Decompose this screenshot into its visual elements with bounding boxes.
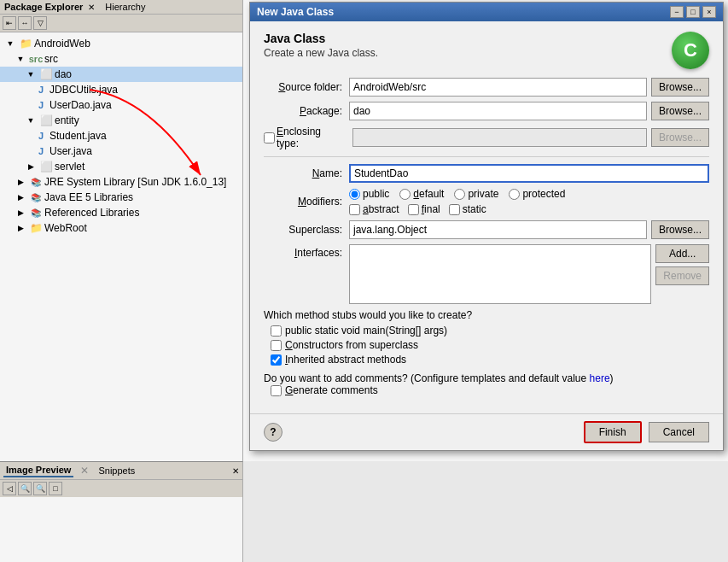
expand-icon: ▶	[14, 190, 27, 204]
modifier-final-checkbox[interactable]	[408, 204, 419, 215]
remove-interface-button[interactable]: Remove	[655, 266, 709, 285]
modifier-static-option[interactable]: static	[449, 203, 486, 215]
separator-line	[264, 156, 709, 157]
modifiers-row: Modifiers: public default private	[264, 188, 709, 215]
new-java-class-dialog: New Java Class − □ × Java Class Create a…	[249, 2, 724, 451]
superclass-input[interactable]	[349, 220, 647, 239]
superclass-browse-button[interactable]: Browse...	[651, 220, 709, 239]
tree-item-servlet[interactable]: ▶ ⬜ servlet	[0, 159, 242, 174]
modifier-public-option[interactable]: public	[349, 188, 389, 200]
tree-item-label: UserDao.java	[50, 99, 112, 111]
modifier-final-option[interactable]: final	[408, 203, 440, 215]
package-browse-button[interactable]: Browse...	[651, 102, 709, 120]
method-stubs-section: Which method stubs would you like to cre…	[264, 309, 709, 366]
library-icon: 📚	[29, 206, 43, 220]
dialog-footer: ? Finish Cancel	[250, 413, 723, 450]
section-title: Java Class	[264, 32, 378, 45]
zoom-in-button[interactable]: 🔍	[33, 482, 47, 495]
tree-item-jre[interactable]: ▶ 📚 JRE System Library [Sun JDK 1.6.0_13…	[0, 174, 242, 190]
image-preview-tab[interactable]: Image Preview	[3, 464, 73, 477]
stub-constructors-option: Constructors from superclass	[264, 339, 709, 351]
zoom-out-button[interactable]: 🔍	[18, 482, 32, 495]
tree-item-label: User.java	[50, 145, 92, 157]
interfaces-label: Interfaces:	[264, 244, 349, 259]
project-icon: 📁	[19, 37, 32, 50]
stub-main-checkbox[interactable]	[271, 325, 282, 337]
link-editor-button[interactable]: ↔	[18, 16, 32, 30]
close-panel-icon[interactable]: ✕	[88, 3, 95, 12]
expand-icon: ▼	[14, 52, 27, 66]
enclosing-type-browse-button[interactable]: Browse...	[651, 128, 709, 147]
modifier-protected-radio[interactable]	[509, 189, 520, 200]
modifier-protected-label: protected	[522, 188, 565, 200]
generate-comments-label: Generate comments	[285, 384, 378, 396]
comments-question-end: )	[610, 372, 614, 384]
modifier-abstract-checkbox[interactable]	[349, 204, 360, 215]
generate-comments-checkbox[interactable]	[271, 385, 282, 396]
add-interface-button[interactable]: Add...	[655, 244, 709, 263]
view-menu-button[interactable]: ▽	[33, 16, 47, 30]
tree-item-entity[interactable]: ▼ ⬜ entity	[0, 113, 242, 128]
tree-item-userdao[interactable]: J UserDao.java	[0, 97, 242, 113]
library-icon: 📚	[29, 190, 43, 204]
modifier-static-checkbox[interactable]	[449, 204, 460, 215]
help-button[interactable]: ?	[264, 423, 282, 442]
tree-item-label: JRE System Library [Sun JDK 1.6.0_13]	[44, 176, 226, 188]
tree-item-androidweb[interactable]: ▼ 📁 AndroidWeb	[0, 36, 242, 51]
hierarchy-tab[interactable]: Hierarchy	[105, 2, 145, 12]
modifier-private-radio[interactable]	[454, 189, 465, 200]
minimize-button[interactable]: −	[670, 6, 684, 18]
tree-item-label: entity	[55, 114, 79, 126]
comments-here-link[interactable]: here	[590, 372, 610, 384]
modifier-default-option[interactable]: default	[399, 188, 444, 200]
dialog-titlebar: New Java Class − □ ×	[250, 3, 723, 21]
enclosing-type-checkbox[interactable]	[264, 132, 275, 143]
tree-item-jdbcutils[interactable]: J JDBCUtils.java	[0, 82, 242, 97]
source-folder-browse-button[interactable]: Browse...	[651, 78, 709, 97]
modifiers-label: Modifiers:	[264, 196, 349, 208]
name-label: Name:	[264, 167, 349, 179]
enclosing-type-input[interactable]	[352, 128, 647, 147]
close-dialog-button[interactable]: ×	[702, 6, 716, 18]
modifier-public-radio[interactable]	[349, 189, 360, 200]
modifier-protected-option[interactable]: protected	[509, 188, 565, 200]
maximize-button[interactable]: □	[686, 6, 700, 18]
fit-button[interactable]: □	[49, 482, 62, 495]
tree-item-reflibrary[interactable]: ▶ 📚 Referenced Libraries	[0, 205, 242, 220]
back-button[interactable]: ◁	[3, 482, 16, 495]
stub-constructors-checkbox[interactable]	[271, 340, 282, 351]
package-explorer-tab[interactable]: Package Explorer	[4, 2, 83, 12]
tree-item-label: dao	[55, 68, 72, 80]
generate-comments-option: Generate comments	[264, 384, 709, 396]
src-icon: src	[29, 52, 43, 66]
expand-icon: ▶	[14, 175, 27, 189]
close-bottom-icon[interactable]: ✕	[232, 466, 239, 476]
stub-main-label: public static void main(String[] args)	[285, 325, 447, 337]
tree-item-dao[interactable]: ▼ ⬜ dao	[0, 67, 242, 82]
tree-item-src[interactable]: ▼ src src	[0, 51, 242, 67]
modifier-private-option[interactable]: private	[454, 188, 498, 200]
tree-item-webroot[interactable]: ▶ 📁 WebRoot	[0, 220, 242, 236]
source-folder-input[interactable]	[349, 78, 647, 97]
tree-item-label: Student.java	[50, 130, 107, 142]
explorer-toolbar: ⇤ ↔ ▽	[0, 15, 242, 32]
modifier-private-label: private	[468, 188, 498, 200]
folder-icon: 📁	[29, 221, 43, 235]
collapse-all-button[interactable]: ⇤	[3, 16, 16, 30]
tree-item-user[interactable]: J User.java	[0, 143, 242, 159]
finish-button[interactable]: Finish	[584, 421, 642, 443]
snippets-tab[interactable]: Snippets	[96, 465, 137, 477]
expand-icon: ▼	[24, 114, 38, 127]
tree-item-student[interactable]: J Student.java	[0, 128, 242, 143]
tree-item-javaee[interactable]: ▶ 📚 Java EE 5 Libraries	[0, 190, 242, 205]
stub-inherited-checkbox[interactable]	[271, 354, 282, 366]
cancel-button[interactable]: Cancel	[649, 422, 709, 442]
modifier-abstract-option[interactable]: abstract	[349, 203, 399, 215]
name-input[interactable]	[349, 164, 709, 183]
dialog-body: Java Class Create a new Java class. C So…	[250, 21, 723, 413]
stubs-title: Which method stubs would you like to cre…	[264, 309, 709, 321]
package-input[interactable]	[349, 102, 647, 120]
dialog-title: New Java Class	[257, 6, 334, 18]
tab-separator: ✕	[80, 465, 89, 477]
modifier-default-radio[interactable]	[399, 189, 411, 200]
